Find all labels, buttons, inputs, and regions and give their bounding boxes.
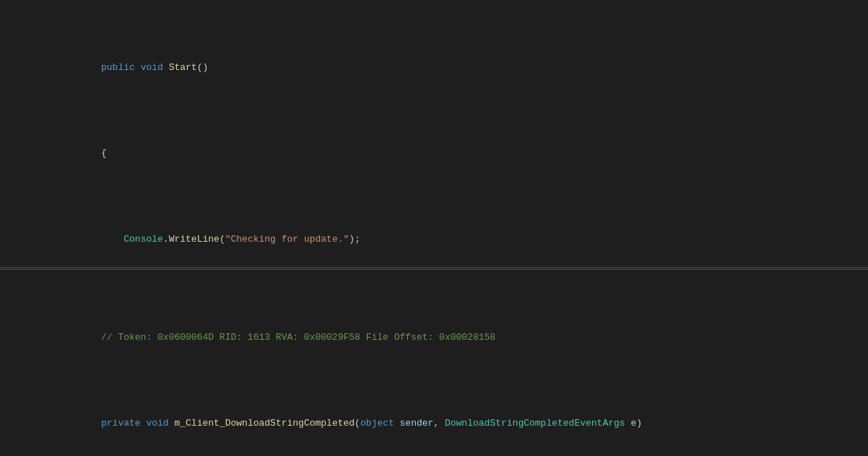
parameter: sender <box>400 418 434 429</box>
table-row: { <box>0 135 868 172</box>
keyword: private <box>101 418 141 429</box>
code-section-bottom: // Token: 0x0600064D RID: 1613 RVA: 0x00… <box>0 270 868 455</box>
method-call: WriteLine <box>169 234 220 245</box>
line-number <box>0 405 29 442</box>
class-name: Console <box>123 234 163 245</box>
keyword: public <box>101 62 135 73</box>
method-name: Start <box>169 62 197 73</box>
line-number <box>0 221 29 258</box>
table-row: Console.WriteLine("Checking for update."… <box>0 221 868 258</box>
string-literal: "Checking for update." <box>225 234 350 245</box>
table-row: // Token: 0x0600064D RID: 1613 RVA: 0x00… <box>0 319 868 356</box>
table-row: private void m_Client_DownloadStringComp… <box>0 405 868 442</box>
keyword: void <box>146 418 168 429</box>
code-content-bottom: // Token: 0x0600064D RID: 1613 RVA: 0x00… <box>0 270 868 455</box>
comment: // Token: 0x0600064D RID: 1613 RVA: 0x00… <box>101 332 495 343</box>
method-name: m_Client_DownloadStringCompleted <box>174 418 355 429</box>
line-number <box>0 135 29 172</box>
line-number <box>0 319 29 356</box>
code-editor: public void Start() { Console.WriteLine(… <box>0 0 868 456</box>
type-name: DownloadStringCompletedEventArgs <box>445 418 625 429</box>
table-row: public void Start() <box>0 49 868 86</box>
line-number <box>0 49 29 86</box>
keyword: void <box>141 62 163 73</box>
code-content-top: public void Start() { Console.WriteLine(… <box>0 0 868 267</box>
code-section-top: public void Start() { Console.WriteLine(… <box>0 0 868 267</box>
keyword: object <box>360 418 394 429</box>
